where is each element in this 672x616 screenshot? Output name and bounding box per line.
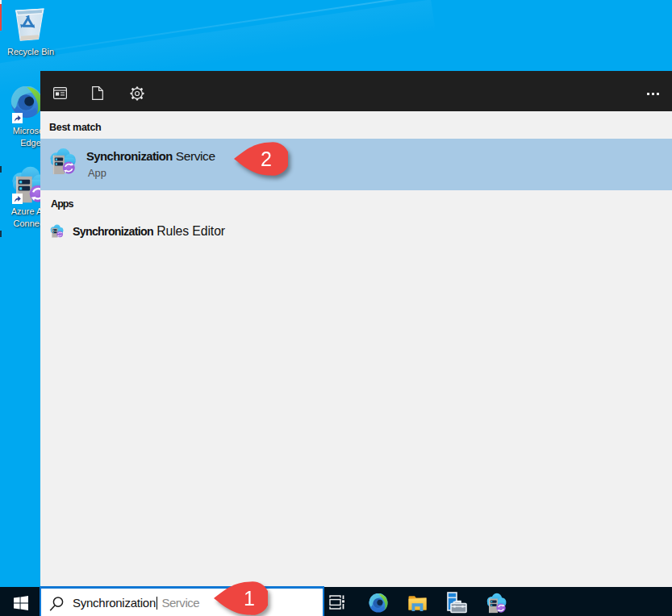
svg-text:2: 2 bbox=[261, 148, 272, 170]
svg-text:1: 1 bbox=[244, 587, 255, 610]
